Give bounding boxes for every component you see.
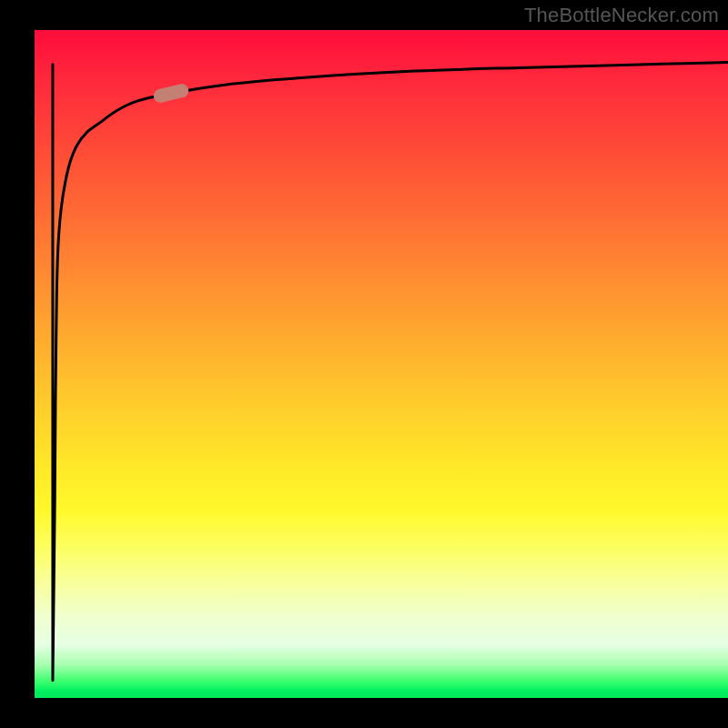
svg-rect-0 [153,83,189,103]
chart-frame: TheBottleNecker.com [0,0,728,728]
watermark-label: TheBottleNecker.com [524,4,719,27]
bottleneck-curve [53,62,728,680]
series-marker [153,83,189,103]
plot-area [32,27,728,701]
curve-layer [32,27,728,701]
